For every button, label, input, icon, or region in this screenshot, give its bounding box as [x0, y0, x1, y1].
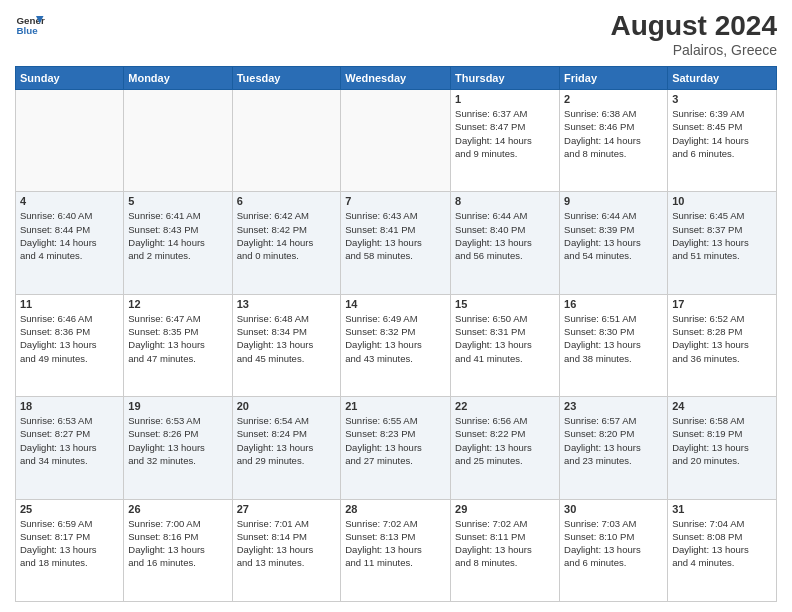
calendar-cell — [124, 90, 232, 192]
page: General Blue August 2024 Palairos, Greec… — [0, 0, 792, 612]
day-number: 2 — [564, 93, 663, 105]
day-number: 23 — [564, 400, 663, 412]
day-number: 14 — [345, 298, 446, 310]
calendar-table: Sunday Monday Tuesday Wednesday Thursday… — [15, 66, 777, 602]
logo: General Blue — [15, 10, 45, 40]
day-info: Sunrise: 6:41 AMSunset: 8:43 PMDaylight:… — [128, 209, 227, 262]
day-info: Sunrise: 7:00 AMSunset: 8:16 PMDaylight:… — [128, 517, 227, 570]
day-info: Sunrise: 6:42 AMSunset: 8:42 PMDaylight:… — [237, 209, 337, 262]
day-info: Sunrise: 6:53 AMSunset: 8:27 PMDaylight:… — [20, 414, 119, 467]
month-year: August 2024 — [611, 10, 778, 42]
calendar-cell: 11Sunrise: 6:46 AMSunset: 8:36 PMDayligh… — [16, 294, 124, 396]
day-info: Sunrise: 6:43 AMSunset: 8:41 PMDaylight:… — [345, 209, 446, 262]
day-info: Sunrise: 7:01 AMSunset: 8:14 PMDaylight:… — [237, 517, 337, 570]
calendar-cell: 27Sunrise: 7:01 AMSunset: 8:14 PMDayligh… — [232, 499, 341, 601]
day-info: Sunrise: 6:54 AMSunset: 8:24 PMDaylight:… — [237, 414, 337, 467]
calendar-cell: 14Sunrise: 6:49 AMSunset: 8:32 PMDayligh… — [341, 294, 451, 396]
day-info: Sunrise: 7:02 AMSunset: 8:11 PMDaylight:… — [455, 517, 555, 570]
day-number: 3 — [672, 93, 772, 105]
day-info: Sunrise: 6:44 AMSunset: 8:40 PMDaylight:… — [455, 209, 555, 262]
calendar-cell: 22Sunrise: 6:56 AMSunset: 8:22 PMDayligh… — [451, 397, 560, 499]
col-sunday: Sunday — [16, 67, 124, 90]
day-number: 26 — [128, 503, 227, 515]
day-info: Sunrise: 6:58 AMSunset: 8:19 PMDaylight:… — [672, 414, 772, 467]
location: Palairos, Greece — [611, 42, 778, 58]
table-row: 11Sunrise: 6:46 AMSunset: 8:36 PMDayligh… — [16, 294, 777, 396]
calendar-cell: 13Sunrise: 6:48 AMSunset: 8:34 PMDayligh… — [232, 294, 341, 396]
day-number: 31 — [672, 503, 772, 515]
table-row: 18Sunrise: 6:53 AMSunset: 8:27 PMDayligh… — [16, 397, 777, 499]
col-tuesday: Tuesday — [232, 67, 341, 90]
day-number: 18 — [20, 400, 119, 412]
calendar-cell: 18Sunrise: 6:53 AMSunset: 8:27 PMDayligh… — [16, 397, 124, 499]
calendar-cell: 4Sunrise: 6:40 AMSunset: 8:44 PMDaylight… — [16, 192, 124, 294]
day-number: 27 — [237, 503, 337, 515]
calendar-cell: 9Sunrise: 6:44 AMSunset: 8:39 PMDaylight… — [560, 192, 668, 294]
day-number: 5 — [128, 195, 227, 207]
calendar-cell: 2Sunrise: 6:38 AMSunset: 8:46 PMDaylight… — [560, 90, 668, 192]
day-number: 13 — [237, 298, 337, 310]
day-info: Sunrise: 7:04 AMSunset: 8:08 PMDaylight:… — [672, 517, 772, 570]
day-number: 1 — [455, 93, 555, 105]
calendar-cell: 10Sunrise: 6:45 AMSunset: 8:37 PMDayligh… — [668, 192, 777, 294]
day-number: 15 — [455, 298, 555, 310]
col-wednesday: Wednesday — [341, 67, 451, 90]
calendar-cell: 6Sunrise: 6:42 AMSunset: 8:42 PMDaylight… — [232, 192, 341, 294]
calendar-cell: 16Sunrise: 6:51 AMSunset: 8:30 PMDayligh… — [560, 294, 668, 396]
day-number: 7 — [345, 195, 446, 207]
svg-text:Blue: Blue — [17, 25, 39, 36]
calendar: Sunday Monday Tuesday Wednesday Thursday… — [15, 66, 777, 602]
day-number: 4 — [20, 195, 119, 207]
day-info: Sunrise: 6:53 AMSunset: 8:26 PMDaylight:… — [128, 414, 227, 467]
calendar-cell: 28Sunrise: 7:02 AMSunset: 8:13 PMDayligh… — [341, 499, 451, 601]
calendar-cell: 26Sunrise: 7:00 AMSunset: 8:16 PMDayligh… — [124, 499, 232, 601]
day-info: Sunrise: 6:50 AMSunset: 8:31 PMDaylight:… — [455, 312, 555, 365]
day-info: Sunrise: 6:56 AMSunset: 8:22 PMDaylight:… — [455, 414, 555, 467]
day-info: Sunrise: 6:45 AMSunset: 8:37 PMDaylight:… — [672, 209, 772, 262]
day-number: 30 — [564, 503, 663, 515]
calendar-cell: 20Sunrise: 6:54 AMSunset: 8:24 PMDayligh… — [232, 397, 341, 499]
day-info: Sunrise: 6:49 AMSunset: 8:32 PMDaylight:… — [345, 312, 446, 365]
col-saturday: Saturday — [668, 67, 777, 90]
day-number: 17 — [672, 298, 772, 310]
day-info: Sunrise: 6:59 AMSunset: 8:17 PMDaylight:… — [20, 517, 119, 570]
calendar-cell — [341, 90, 451, 192]
day-info: Sunrise: 6:47 AMSunset: 8:35 PMDaylight:… — [128, 312, 227, 365]
calendar-cell — [16, 90, 124, 192]
col-monday: Monday — [124, 67, 232, 90]
title-block: August 2024 Palairos, Greece — [611, 10, 778, 58]
table-row: 25Sunrise: 6:59 AMSunset: 8:17 PMDayligh… — [16, 499, 777, 601]
day-number: 21 — [345, 400, 446, 412]
day-info: Sunrise: 6:57 AMSunset: 8:20 PMDaylight:… — [564, 414, 663, 467]
day-number: 16 — [564, 298, 663, 310]
calendar-cell: 19Sunrise: 6:53 AMSunset: 8:26 PMDayligh… — [124, 397, 232, 499]
day-number: 19 — [128, 400, 227, 412]
day-info: Sunrise: 6:44 AMSunset: 8:39 PMDaylight:… — [564, 209, 663, 262]
day-info: Sunrise: 6:39 AMSunset: 8:45 PMDaylight:… — [672, 107, 772, 160]
calendar-cell: 8Sunrise: 6:44 AMSunset: 8:40 PMDaylight… — [451, 192, 560, 294]
day-info: Sunrise: 6:40 AMSunset: 8:44 PMDaylight:… — [20, 209, 119, 262]
calendar-cell: 5Sunrise: 6:41 AMSunset: 8:43 PMDaylight… — [124, 192, 232, 294]
calendar-cell: 31Sunrise: 7:04 AMSunset: 8:08 PMDayligh… — [668, 499, 777, 601]
day-info: Sunrise: 6:55 AMSunset: 8:23 PMDaylight:… — [345, 414, 446, 467]
calendar-cell: 1Sunrise: 6:37 AMSunset: 8:47 PMDaylight… — [451, 90, 560, 192]
calendar-cell: 12Sunrise: 6:47 AMSunset: 8:35 PMDayligh… — [124, 294, 232, 396]
day-info: Sunrise: 6:38 AMSunset: 8:46 PMDaylight:… — [564, 107, 663, 160]
calendar-cell: 7Sunrise: 6:43 AMSunset: 8:41 PMDaylight… — [341, 192, 451, 294]
day-number: 25 — [20, 503, 119, 515]
header-row: Sunday Monday Tuesday Wednesday Thursday… — [16, 67, 777, 90]
day-number: 8 — [455, 195, 555, 207]
table-row: 4Sunrise: 6:40 AMSunset: 8:44 PMDaylight… — [16, 192, 777, 294]
day-number: 29 — [455, 503, 555, 515]
day-number: 6 — [237, 195, 337, 207]
day-info: Sunrise: 6:52 AMSunset: 8:28 PMDaylight:… — [672, 312, 772, 365]
calendar-cell: 17Sunrise: 6:52 AMSunset: 8:28 PMDayligh… — [668, 294, 777, 396]
calendar-cell: 23Sunrise: 6:57 AMSunset: 8:20 PMDayligh… — [560, 397, 668, 499]
col-thursday: Thursday — [451, 67, 560, 90]
day-number: 12 — [128, 298, 227, 310]
col-friday: Friday — [560, 67, 668, 90]
calendar-cell: 21Sunrise: 6:55 AMSunset: 8:23 PMDayligh… — [341, 397, 451, 499]
table-row: 1Sunrise: 6:37 AMSunset: 8:47 PMDaylight… — [16, 90, 777, 192]
day-number: 22 — [455, 400, 555, 412]
day-info: Sunrise: 6:46 AMSunset: 8:36 PMDaylight:… — [20, 312, 119, 365]
